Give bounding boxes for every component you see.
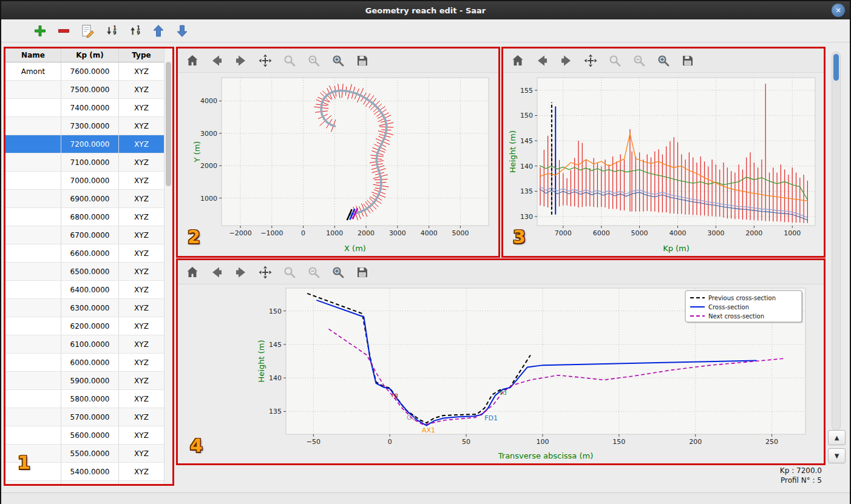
nav-save-icon[interactable] bbox=[355, 265, 370, 280]
profile-plot-canvas[interactable]: 7000600050004000300020001000130135140145… bbox=[503, 73, 824, 256]
column-header-name[interactable]: Name bbox=[5, 49, 61, 62]
nav-back-icon[interactable] bbox=[209, 265, 224, 280]
sort-digit-bottom: 9 bbox=[137, 31, 140, 36]
y-axis-label: Height (m) bbox=[257, 340, 266, 383]
table-row[interactable]: 6600.0000XYZ bbox=[5, 244, 164, 263]
svg-text:4000: 4000 bbox=[670, 229, 687, 237]
nav-save-icon[interactable] bbox=[355, 53, 370, 68]
svg-text:130: 130 bbox=[520, 213, 533, 221]
table-row[interactable]: 5900.0000XYZ bbox=[5, 372, 164, 390]
edit-profile-button[interactable] bbox=[78, 22, 97, 40]
nav-pan-icon[interactable] bbox=[258, 265, 273, 280]
table-row[interactable]: 6000.0000XYZ bbox=[5, 354, 164, 372]
table-scrollbar-thumb[interactable] bbox=[166, 62, 171, 186]
nav-zoom-rect-icon[interactable] bbox=[282, 265, 297, 280]
table-row[interactable]: 7500.0000XYZ bbox=[5, 81, 164, 99]
table-body: Amont7600.0000XYZ7500.0000XYZ7400.0000XY… bbox=[5, 62, 164, 484]
table-row[interactable]: 7400.0000XYZ bbox=[5, 99, 164, 117]
table-row[interactable]: 6300.0000XYZ bbox=[5, 299, 164, 317]
close-button[interactable]: ✕ bbox=[832, 4, 845, 17]
x-axis-label: X (m) bbox=[344, 244, 366, 253]
column-header-kp[interactable]: Kp (m) bbox=[61, 49, 119, 62]
nav-zoom-out-icon[interactable] bbox=[307, 265, 321, 280]
cell-name bbox=[5, 445, 61, 462]
cell-type: XYZ bbox=[119, 153, 164, 171]
table-row[interactable]: 5600.0000XYZ bbox=[5, 426, 164, 445]
nav-forward-icon[interactable] bbox=[234, 265, 248, 280]
section-plot-canvas[interactable]: −50050100150200250135140145150Transverse… bbox=[178, 284, 824, 463]
panel-3-label: 3 bbox=[513, 226, 526, 247]
table-row[interactable]: 5700.0000XYZ bbox=[5, 408, 164, 426]
nav-zoom-out-icon[interactable] bbox=[307, 53, 321, 68]
table-scrollbar[interactable] bbox=[164, 49, 172, 484]
table-row[interactable]: Amont7600.0000XYZ bbox=[5, 62, 164, 81]
nav-back-icon[interactable] bbox=[535, 53, 549, 68]
svg-text:0: 0 bbox=[301, 229, 305, 237]
sort-ascending-icon[interactable]: 19 bbox=[102, 22, 120, 40]
nav-zoom-in-icon[interactable] bbox=[331, 53, 345, 68]
cell-name bbox=[5, 408, 61, 426]
cell-name: Amont bbox=[5, 62, 61, 80]
panel-4-label: 4 bbox=[190, 435, 203, 456]
table-row[interactable]: 5300.0000XYZ bbox=[5, 481, 164, 484]
sort-descending-icon[interactable]: 19 bbox=[126, 22, 144, 40]
svg-text:3000: 3000 bbox=[389, 229, 406, 237]
table-row[interactable]: 6900.0000XYZ bbox=[5, 190, 164, 208]
kp-value-label: Kp : 7200.0 bbox=[780, 466, 822, 475]
table-row[interactable]: 6400.0000XYZ bbox=[5, 281, 164, 299]
svg-text:4000: 4000 bbox=[200, 97, 217, 105]
remove-profile-button[interactable] bbox=[55, 22, 73, 40]
svg-text:−50: −50 bbox=[307, 438, 320, 446]
table-header: Name Kp (m) Type bbox=[5, 49, 164, 62]
cell-kp: 7400.0000 bbox=[61, 99, 119, 116]
table-row[interactable]: 7100.0000XYZ bbox=[5, 153, 164, 172]
annotation-G1: G1 bbox=[407, 414, 416, 422]
nav-zoom-in-icon[interactable] bbox=[331, 265, 345, 280]
move-up-button[interactable] bbox=[149, 22, 168, 40]
cell-name bbox=[5, 481, 61, 484]
table-row[interactable]: 7300.0000XYZ bbox=[5, 117, 164, 135]
profile-nav-toolbar bbox=[503, 49, 824, 73]
plan-plot-canvas[interactable]: −2000−1000010002000300040005000100020003… bbox=[178, 73, 498, 256]
profile-up-button[interactable]: ▲ bbox=[828, 430, 846, 445]
table-row[interactable]: 7200.0000XYZ bbox=[5, 135, 164, 153]
table-row[interactable]: 7000.0000XYZ bbox=[5, 172, 164, 190]
cell-kp: 6700.0000 bbox=[61, 226, 119, 244]
cell-kp: 6400.0000 bbox=[61, 281, 119, 298]
window-scrollbar[interactable] bbox=[832, 52, 841, 431]
nav-pan-icon[interactable] bbox=[583, 53, 598, 68]
profiles-table-panel: Name Kp (m) Type Amont7600.0000XYZ7500.0… bbox=[4, 47, 174, 486]
table-row[interactable]: 6700.0000XYZ bbox=[5, 226, 164, 244]
profile-down-button[interactable]: ▼ bbox=[828, 448, 846, 463]
cell-name bbox=[5, 335, 61, 353]
table-row[interactable]: 6500.0000XYZ bbox=[5, 263, 164, 281]
cell-type: XYZ bbox=[119, 135, 164, 153]
nav-home-icon[interactable] bbox=[185, 53, 200, 68]
cell-type: XYZ bbox=[119, 117, 164, 135]
table-row[interactable]: 6800.0000XYZ bbox=[5, 208, 164, 226]
nav-back-icon[interactable] bbox=[209, 53, 224, 68]
nav-pan-icon[interactable] bbox=[258, 53, 273, 68]
window-scrollbar-thumb[interactable] bbox=[833, 54, 839, 81]
nav-zoom-rect-icon[interactable] bbox=[282, 53, 297, 68]
move-down-button[interactable] bbox=[173, 22, 191, 40]
table-row[interactable]: 6200.0000XYZ bbox=[5, 317, 164, 335]
nav-home-icon[interactable] bbox=[185, 265, 200, 280]
open-folder-button[interactable] bbox=[7, 22, 25, 40]
titlebar[interactable]: Geometry reach edit - Saar ✕ bbox=[1, 1, 850, 19]
table-row[interactable]: 5800.0000XYZ bbox=[5, 390, 164, 408]
nav-zoom-rect-icon[interactable] bbox=[608, 53, 622, 68]
nav-zoom-out-icon[interactable] bbox=[632, 53, 646, 68]
statusbar bbox=[1, 492, 850, 504]
cell-kp: 6200.0000 bbox=[61, 317, 119, 335]
add-profile-button[interactable] bbox=[31, 22, 49, 40]
nav-forward-icon[interactable] bbox=[559, 53, 574, 68]
nav-forward-icon[interactable] bbox=[234, 53, 248, 68]
nav-home-icon[interactable] bbox=[510, 53, 525, 68]
column-header-type[interactable]: Type bbox=[119, 49, 164, 62]
table-row[interactable]: 6100.0000XYZ bbox=[5, 335, 164, 354]
nav-save-icon[interactable] bbox=[680, 53, 695, 68]
cell-type: XYZ bbox=[119, 372, 164, 389]
nav-zoom-in-icon[interactable] bbox=[656, 53, 671, 68]
panel-1-label: 1 bbox=[18, 452, 30, 473]
